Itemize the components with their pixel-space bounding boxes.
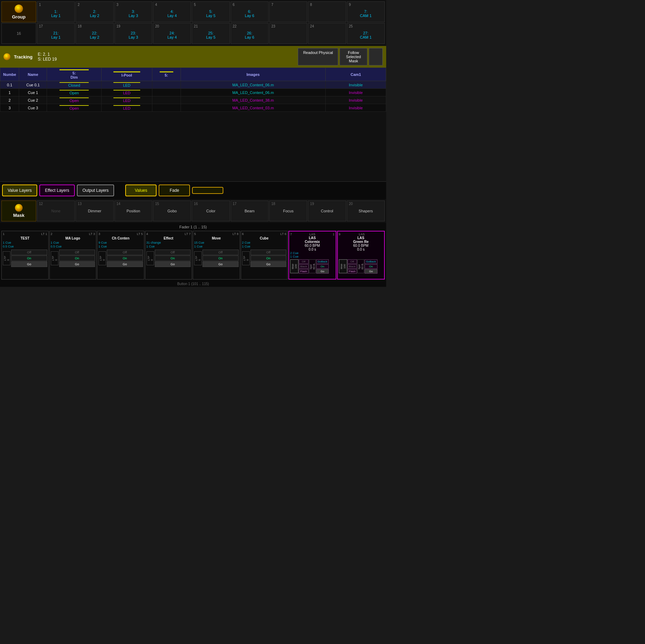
fader-3-on[interactable]: On [107,256,143,261]
las-colormix-go[interactable]: Go [316,269,329,274]
group-cell-21[interactable]: 21 25:Lay 5 [192,23,230,44]
las-greenre: 9 LAS LASGreen Re 60.0 BPM 0.0 s Mstr100… [337,231,385,280]
cue-row-01[interactable]: 0.1 Cue 0.1 Closed LED MA_LED_Content_06… [0,81,386,89]
las-greenre-time: 0.0 s [339,248,383,251]
mask-cell-control[interactable]: 19 Control [308,201,346,221]
cue-cam1-3: Invisible [326,104,386,112]
output-layers-label: Output Layers [82,188,109,193]
las-greenre-goback[interactable]: GoBack [365,259,377,264]
group-label: Group [12,14,26,19]
las-colormix-flash[interactable]: Flash [299,269,309,274]
group-cell-22[interactable]: 22 26:Lay 6 [231,23,269,44]
las-colormix-goback[interactable]: GoBack [316,259,329,264]
mask-cell-focus[interactable]: 18 Focus [269,201,307,221]
cue-5-01 [152,81,181,89]
las-greenre-flash[interactable]: Flash [348,269,357,274]
extra-tracking-btn[interactable] [369,48,383,65]
mask-label-dimmer: Dimmer [88,209,102,213]
group-cell-19[interactable]: 19 23:Lay 3 [114,23,152,44]
group-section: Group 1 1:Lay 1 2 2:Lay 2 3 3:Lay 3 4 4:… [0,0,386,46]
fader-6-go[interactable]: Go [250,261,287,267]
group-cell-23[interactable]: 23 [269,23,307,44]
group-cell-18[interactable]: 18 22:Lay 2 [75,23,113,44]
las-greenre-go[interactable]: Go [365,269,377,274]
group-cell-7[interactable]: 7 [269,1,307,22]
cue-num-2: 2 [0,96,19,104]
mask-cell-dimmer[interactable]: 13 Dimmer [75,201,113,221]
fader-1-go[interactable]: Go [11,261,47,267]
group-cell-9[interactable]: 9 7:CAM 1 [347,1,385,22]
fader-6-on[interactable]: On [250,256,287,261]
fader-2-off[interactable]: Off [59,250,95,255]
fader-5: 5 LT 8 Move 15 Cue 1 Cue LTP0 Off On Go [193,231,240,280]
mask-cell-shapers[interactable]: 20 Shapers [347,201,385,221]
fader-5-off[interactable]: Off [202,250,239,255]
group-cell-4[interactable]: 4 4:Lay 4 [153,1,191,22]
mask-cell-gobo[interactable]: 15 Gobo [153,201,191,221]
fader-4-name: Effect [146,236,191,240]
group-cell-8[interactable]: 8 [308,1,346,22]
fader-3-go[interactable]: Go [107,261,143,267]
cue-images-2: MA_LED_Content_38.m [181,96,326,104]
las-colormix-off[interactable]: Off [299,259,309,264]
cue-row-1[interactable]: 1 Cue 1 Open LED MA_LED_Content_06.m Inv… [0,89,386,96]
fader-1-on[interactable]: On [11,256,47,261]
fader-4-off[interactable]: Off [155,250,191,255]
cue-name-3: Cue 3 [19,104,47,112]
las-colormix-black[interactable]: Black [299,264,309,269]
mask-cell-beam[interactable]: 17 Beam [231,201,269,221]
group-cell-25[interactable]: 25 27:CAM 1 [347,23,385,44]
mask-cell-position[interactable]: 14 Position [114,201,152,221]
mask-cell-color[interactable]: 16 Color [192,201,230,221]
value-layers-btn[interactable]: Value Layers [2,184,37,196]
fader-5-name: Move [194,236,239,240]
mask-ball [15,204,23,212]
tracking-info-block: E: 2. 1 S: LED 19 [38,52,294,62]
values-btn[interactable]: Values [125,184,157,196]
col-header-5: 5: [152,68,181,81]
mask-label-gobo: Gobo [167,209,177,213]
fader-1-off[interactable]: Off [11,250,47,255]
group-cell-5[interactable]: 5 5:Lay 5 [192,1,230,22]
group-cell-24[interactable]: 24 [308,23,346,44]
las-colormix-on[interactable]: On [316,264,329,269]
fader-4-go[interactable]: Go [155,261,191,267]
las-greenre-black[interactable]: Black [348,264,357,269]
cue-num-1: 1 [0,89,19,96]
cue-num-01: 0.1 [0,81,19,89]
group-cell-6[interactable]: 6 6:Lay 6 [231,1,269,22]
group-row2-header: 16 [1,23,36,44]
cue-row-2[interactable]: 2 Cue 2 Open LED MA_LED_Content_38.m Inv… [0,96,386,104]
fade-btn[interactable]: Fade [159,184,190,196]
group-cell-20[interactable]: 20 24:Lay 4 [153,23,191,44]
cue-row-3[interactable]: 3 Cue 3 Open LED MA_LED_Content_03.m Inv… [0,104,386,112]
group-cell-17[interactable]: 17 21:Lay 1 [37,23,75,44]
fader-5-on[interactable]: On [202,256,239,261]
fader-3-off[interactable]: Off [107,250,143,255]
fader-2-go[interactable]: Go [59,261,95,267]
readout-physical-btn[interactable]: Readout Physical [298,48,338,65]
extra-toolbar-btn[interactable] [192,187,223,194]
cue-images-1: MA_LED_Content_06.m [181,89,326,96]
fader-4-on[interactable]: On [155,256,191,261]
las-greenre-on[interactable]: On [365,264,377,269]
fader-6-name: Cube [242,236,287,240]
group-cell-3[interactable]: 3 3:Lay 3 [114,1,152,22]
group-cell-1[interactable]: 1 1:Lay 1 [37,1,75,22]
fader-6-off[interactable]: Off [250,250,287,255]
mask-cell-none[interactable]: 12 None [37,201,75,221]
cue-ipool-01: LED [102,81,152,89]
fader-2: 2 LT 3 MA Logo 1 Cue 0.5 Cue LTP0 Off On… [49,231,97,280]
effect-layers-btn[interactable]: Effect Layers [39,184,75,196]
cue-dim-01: Closed [47,81,102,89]
follow-selected-mask-btn[interactable]: FollowSelectedMask [340,48,367,65]
group-cell-2[interactable]: 2 2:Lay 2 [75,1,113,22]
fader-5-go[interactable]: Go [202,261,239,267]
values-label: Values [135,188,147,193]
fader-title: Fader 1 (1 .. 15) [1,224,385,230]
las-greenre-off[interactable]: Off [348,259,357,264]
las-colormix-name: LASColormix [290,236,335,244]
fader-2-on[interactable]: On [59,256,95,261]
output-layers-btn[interactable]: Output Layers [77,184,114,196]
ltp-6: LTP0 [242,251,250,265]
